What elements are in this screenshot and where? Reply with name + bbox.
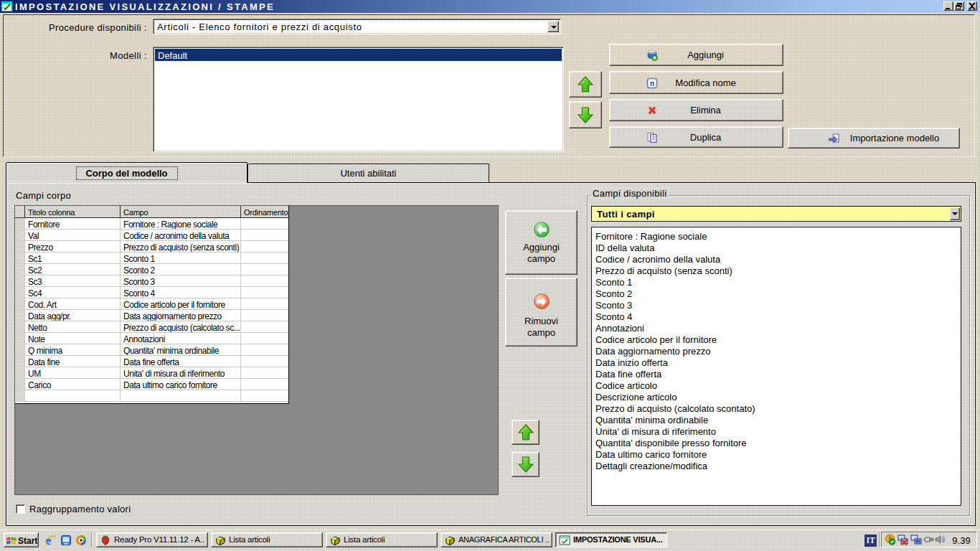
svg-text:n: n — [650, 80, 654, 88]
